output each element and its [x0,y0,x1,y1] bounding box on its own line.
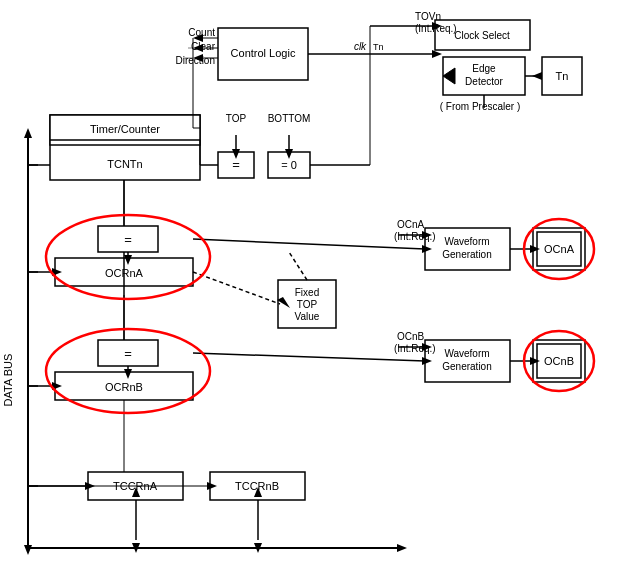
svg-text:=: = [124,346,132,361]
svg-marker-25 [397,544,407,552]
svg-line-90 [289,252,307,280]
svg-text:Direction: Direction [176,55,215,66]
svg-line-65 [193,239,425,249]
svg-text:Control Logic: Control Logic [231,47,296,59]
svg-text:DATA BUS: DATA BUS [2,354,14,407]
block-diagram: Timer/Counter TCNTn Control Logic Count … [0,0,630,568]
svg-marker-24 [24,545,32,555]
svg-text:BOTTOM: BOTTOM [268,113,311,124]
svg-text:Timer/Counter: Timer/Counter [90,123,160,135]
svg-text:(Int.Req.): (Int.Req.) [394,231,436,242]
svg-text:Value: Value [295,311,320,322]
svg-marker-54 [532,72,542,80]
svg-text:clk: clk [354,41,367,52]
svg-text:( From Prescaler ): ( From Prescaler ) [440,101,521,112]
svg-text:Tn: Tn [556,70,569,82]
svg-text:Generation: Generation [442,249,491,260]
svg-text:Count: Count [188,27,215,38]
diagram-svg: Timer/Counter TCNTn Control Logic Count … [0,0,630,568]
svg-text:OCRnB: OCRnB [105,381,143,393]
svg-text:(Int.Req.): (Int.Req.) [394,343,436,354]
svg-line-63 [193,272,280,304]
svg-text:TCNTn: TCNTn [107,158,142,170]
svg-text:OCnB: OCnB [397,331,425,342]
svg-text:=: = [124,232,132,247]
svg-text:Detector: Detector [465,76,503,87]
svg-marker-48 [432,50,442,58]
svg-text:Edge: Edge [472,63,496,74]
svg-text:TCCRnA: TCCRnA [113,480,158,492]
svg-text:Waveform: Waveform [444,236,489,247]
svg-text:(Int.Req.): (Int.Req.) [415,23,457,34]
svg-text:Generation: Generation [442,361,491,372]
svg-text:Clear: Clear [191,41,216,52]
svg-text:OCnA: OCnA [544,243,575,255]
svg-text:Clock Select: Clock Select [454,30,510,41]
svg-text:OCRnA: OCRnA [105,267,144,279]
svg-text:OCnB: OCnB [544,355,574,367]
svg-text:TOP: TOP [226,113,247,124]
svg-text:TCCRnB: TCCRnB [235,480,279,492]
svg-text:OCnA: OCnA [397,219,425,230]
svg-text:Fixed: Fixed [295,287,319,298]
svg-text:= 0: = 0 [281,159,297,171]
svg-text:TOVn: TOVn [415,11,441,22]
svg-text:TOP: TOP [297,299,318,310]
svg-text:Tn: Tn [373,42,384,52]
svg-text:Waveform: Waveform [444,348,489,359]
svg-line-67 [193,353,425,361]
svg-text:=: = [232,157,240,172]
